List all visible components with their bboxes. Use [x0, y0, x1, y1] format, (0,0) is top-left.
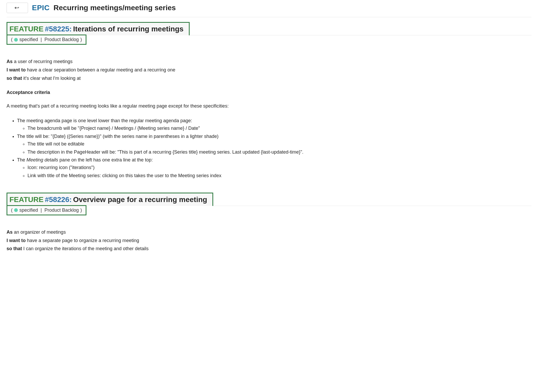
story-so-text: I can organize the iterations of the mee… — [22, 246, 149, 251]
story-as: As a user of recurring meetings — [7, 58, 531, 65]
story-so-label: so that — [7, 246, 22, 251]
acceptance-sublist: The title will not be editable The descr… — [17, 140, 531, 156]
status-dot-icon — [14, 38, 18, 42]
page-header: EPIC Recurring meetings/meeting series — [7, 3, 531, 13]
acceptance-sublist: Icon: recurring icon ("iterations") Link… — [17, 164, 531, 180]
list-item-text: The title will be: "{Date} ({Series name… — [17, 134, 218, 139]
epic-type-label: EPIC — [32, 4, 50, 12]
list-item: The title will not be editable — [28, 140, 531, 148]
status-separator: | — [41, 208, 42, 213]
story-as-text: an organizer of meetings — [13, 229, 66, 235]
feature-header: FEATURE #58226: Overview page for a recu… — [7, 193, 213, 206]
story-as: As an organizer of meetings — [7, 228, 531, 236]
list-item: The breadcrumb will be "{Project name} /… — [28, 125, 531, 132]
feature-status: ( specified | Product Backlog ) — [7, 35, 86, 45]
status-dot-icon — [14, 208, 18, 212]
status-close-paren: ) — [80, 37, 82, 42]
feature-type-label: FEATURE — [9, 25, 43, 33]
story-so-label: so that — [7, 76, 22, 81]
back-arrow-icon — [15, 6, 20, 10]
feature-block: FEATURE #58226: Overview page for a recu… — [7, 193, 531, 253]
story-so: so that I can organize the iterations of… — [7, 245, 531, 253]
user-story: As a user of recurring meetings I want t… — [7, 58, 531, 82]
story-so-text: it's clear what I'm looking at — [22, 76, 81, 81]
feature-block: FEATURE #58225: Iterations of recurring … — [7, 22, 531, 180]
story-want-label: I want to — [7, 67, 26, 72]
story-want-label: I want to — [7, 238, 26, 243]
list-item: The description in the PageHeader will b… — [28, 148, 531, 156]
status-open-paren: ( — [11, 208, 13, 213]
story-want: I want to have a clear separation betwee… — [7, 66, 531, 74]
story-so: so that it's clear what I'm looking at — [7, 75, 531, 82]
status-backlog: Product Backlog — [45, 37, 79, 42]
acceptance-heading: Acceptance criteria — [7, 90, 531, 95]
acceptance-sublist: The breadcrumb will be "{Project name} /… — [17, 125, 531, 132]
list-item: The title will be: "{Date} ({Series name… — [17, 133, 531, 156]
status-backlog: Product Backlog — [45, 208, 79, 213]
list-item: The Meeting details pane on the left has… — [17, 156, 531, 179]
user-story: As an organizer of meetings I want to ha… — [7, 228, 531, 253]
status-state: specified — [19, 208, 38, 213]
feature-header: FEATURE #58225: Iterations of recurring … — [7, 22, 190, 35]
list-item-text-post: pane on the left has one extra line at t… — [58, 157, 153, 163]
list-item-text: The meeting agenda page is one level low… — [17, 118, 192, 123]
back-button[interactable] — [7, 3, 28, 13]
acceptance-intro: A meeting that's part of a recurring mee… — [7, 103, 531, 110]
story-as-text: a user of recurring meetings — [13, 59, 73, 64]
feature-id-link[interactable]: #58225: — [45, 25, 72, 33]
feature-type-label: FEATURE — [9, 195, 43, 204]
feature-title: Overview page for a recurring meeting — [73, 195, 207, 204]
list-item-text-italic: Meeting details — [26, 157, 58, 163]
story-want: I want to have a separate page to organi… — [7, 237, 531, 244]
status-open-paren: ( — [11, 37, 13, 42]
story-as-label: As — [7, 59, 13, 64]
story-as-label: As — [7, 229, 13, 235]
feature-status: ( specified | Product Backlog ) — [7, 205, 86, 215]
feature-title: Iterations of recurring meetings — [73, 25, 184, 33]
list-item-text-pre: The — [17, 157, 26, 163]
list-item: Icon: recurring icon ("iterations") — [28, 164, 531, 171]
list-item: The meeting agenda page is one level low… — [17, 117, 531, 132]
feature-id-link[interactable]: #58226: — [45, 195, 72, 204]
acceptance-list: The meeting agenda page is one level low… — [7, 117, 531, 179]
status-separator: | — [41, 37, 42, 42]
story-want-text: have a clear separation between a regula… — [26, 67, 175, 72]
status-close-paren: ) — [80, 208, 82, 213]
list-item: Link with title of the Meeting series: c… — [28, 172, 531, 180]
header-divider — [7, 17, 531, 17]
story-want-text: have a separate page to organize a recur… — [26, 238, 139, 243]
status-state: specified — [19, 37, 38, 42]
epic-title: Recurring meetings/meeting series — [53, 4, 176, 12]
